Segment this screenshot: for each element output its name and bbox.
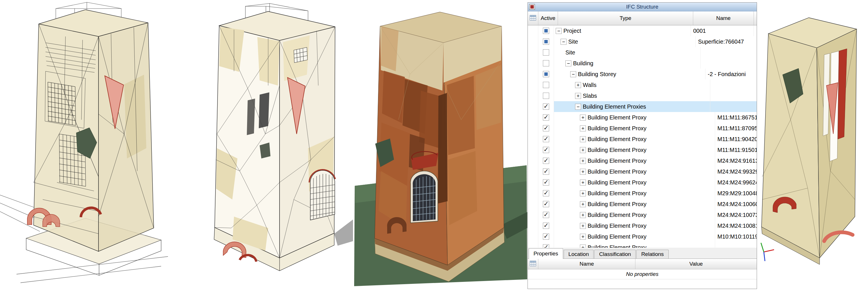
visibility-checkbox[interactable] xyxy=(543,114,549,121)
expander-icon[interactable]: + xyxy=(580,147,586,153)
column-header-active[interactable]: Active xyxy=(538,11,558,25)
expander-icon[interactable]: + xyxy=(580,158,586,164)
row-margin-cell xyxy=(528,199,538,209)
tab-relations[interactable]: Relations xyxy=(636,250,669,259)
visibility-checkbox[interactable] xyxy=(543,71,549,77)
tree-row[interactable]: + Slabs xyxy=(528,90,757,101)
visibility-checkbox[interactable] xyxy=(543,49,549,56)
tree-row[interactable]: + Building Element Proxy M11:M11:904209 xyxy=(528,134,757,145)
tree-item-name xyxy=(710,101,757,112)
row-active-cell xyxy=(538,166,554,177)
row-active-cell xyxy=(538,177,554,188)
tree-row[interactable]: + Building Element Proxy M24:M24:996242 xyxy=(528,177,757,188)
expander-icon[interactable]: − xyxy=(570,71,576,77)
tree-row[interactable]: + Building Element Proxy M29:M29:1004871 xyxy=(528,188,757,199)
expander-icon[interactable]: + xyxy=(580,169,586,175)
column-header-type[interactable]: Type xyxy=(558,11,693,25)
tree-row[interactable]: + Building Element Proxy M10:M10:1011950 xyxy=(528,231,757,242)
tree-row[interactable]: + Building Element Proxy M24:M24:1006097 xyxy=(528,199,757,209)
tree-row[interactable]: − Site Superficie:766047 xyxy=(528,36,757,47)
visibility-checkbox[interactable] xyxy=(543,201,549,207)
expander-icon[interactable]: + xyxy=(580,180,586,185)
properties-header-value[interactable]: Value xyxy=(636,259,757,269)
visibility-checkbox[interactable] xyxy=(543,157,549,164)
panel-icon xyxy=(529,4,535,10)
arched-window-render xyxy=(410,171,438,223)
tab-properties[interactable]: Properties xyxy=(529,248,563,259)
row-margin-cell xyxy=(528,209,538,220)
expander-icon[interactable]: + xyxy=(575,82,581,88)
tree-row[interactable]: Site xyxy=(528,47,757,58)
row-type-cell: Site xyxy=(554,47,701,58)
visibility-checkbox[interactable] xyxy=(543,233,549,240)
column-header-name[interactable]: Name xyxy=(693,11,754,25)
tree-row[interactable]: − Project 0001 xyxy=(528,25,757,36)
tree-item-type: Building Element Proxy xyxy=(588,125,647,132)
expander-icon[interactable]: + xyxy=(580,136,586,142)
expander-icon[interactable]: − xyxy=(556,28,562,34)
tab-location[interactable]: Location xyxy=(564,250,594,259)
visibility-checkbox[interactable] xyxy=(543,60,549,66)
tree-item-type: Walls xyxy=(583,82,596,88)
tree-row[interactable]: + Building Element Proxy M11:M11:867519 xyxy=(528,112,757,123)
expander-icon[interactable]: + xyxy=(580,244,586,248)
visibility-checkbox[interactable] xyxy=(543,136,549,142)
visibility-checkbox[interactable] xyxy=(543,169,549,175)
panel-titlebar[interactable]: IFC Structure xyxy=(528,3,757,11)
row-active-cell xyxy=(538,199,554,209)
tree-row[interactable]: − Building Element Proxies xyxy=(528,101,757,112)
expander-icon[interactable]: + xyxy=(575,93,581,99)
tree-row[interactable]: + Building Element Proxy xyxy=(528,242,757,248)
visibility-checkbox[interactable] xyxy=(543,147,549,153)
row-active-cell xyxy=(538,209,554,220)
tree-row[interactable]: + Building Element Proxy M24:M24:1008189 xyxy=(528,220,757,231)
expander-icon[interactable]: − xyxy=(565,60,571,66)
visibility-checkbox[interactable] xyxy=(543,244,549,248)
expander-icon[interactable]: − xyxy=(561,39,566,45)
row-type-cell: − Building Storey xyxy=(554,69,706,80)
row-active-cell xyxy=(538,36,554,47)
visibility-checkbox[interactable] xyxy=(543,212,549,218)
tab-classification[interactable]: Classification xyxy=(594,250,636,259)
visibility-checkbox[interactable] xyxy=(543,104,549,110)
tree-row[interactable]: − Building Storey -2 - Fondazioni xyxy=(528,69,757,80)
expander-icon[interactable]: + xyxy=(580,201,586,207)
tree-row[interactable]: + Building Element Proxy M11:M11:870952 xyxy=(528,123,757,134)
row-margin-cell xyxy=(528,80,538,90)
tree-row[interactable]: − Building xyxy=(528,58,757,69)
tree-row[interactable]: + Walls xyxy=(528,80,757,90)
expander-icon[interactable]: + xyxy=(580,115,586,121)
properties-body: No properties xyxy=(528,269,757,289)
tree-item-name xyxy=(701,58,757,69)
tree-item-type: Building Element Proxy xyxy=(588,190,647,197)
visibility-checkbox[interactable] xyxy=(543,125,549,131)
tree-item-type: Project xyxy=(563,28,581,34)
tree-item-type: Slabs xyxy=(583,93,597,99)
row-active-cell xyxy=(538,220,554,231)
visibility-checkbox[interactable] xyxy=(543,179,549,185)
visibility-checkbox[interactable] xyxy=(543,28,549,34)
expander-icon[interactable]: + xyxy=(580,125,586,131)
visibility-checkbox[interactable] xyxy=(543,93,549,99)
tree-row[interactable]: + Building Element Proxy M24:M24:1007377 xyxy=(528,209,757,220)
visibility-checkbox[interactable] xyxy=(543,38,549,45)
properties-header-name[interactable]: Name xyxy=(538,259,636,269)
expander-icon[interactable]: − xyxy=(575,104,581,110)
tree-item-type: Site xyxy=(565,49,575,56)
tree-item-name: M24:M24:1008189 xyxy=(715,220,757,231)
row-margin-cell xyxy=(528,101,538,112)
expander-icon[interactable]: + xyxy=(580,234,586,240)
tree-row[interactable]: + Building Element Proxy M11:M11:915011 xyxy=(528,145,757,155)
expander-icon[interactable]: + xyxy=(580,212,586,218)
tree-row[interactable]: + Building Element Proxy M24:M24:916133 xyxy=(528,155,757,166)
ifc-structure-panel: IFC Structure Active Type Name − Project… xyxy=(528,2,757,289)
row-active-cell xyxy=(538,80,554,90)
expander-icon[interactable]: + xyxy=(580,191,586,196)
visibility-checkbox[interactable] xyxy=(543,82,549,88)
row-type-cell: + Walls xyxy=(554,80,710,90)
visibility-checkbox[interactable] xyxy=(543,190,549,196)
expander-icon[interactable]: + xyxy=(580,223,586,229)
visibility-checkbox[interactable] xyxy=(543,223,549,229)
table-icon xyxy=(530,261,536,267)
tree-row[interactable]: + Building Element Proxy M24:M24:993294 xyxy=(528,166,757,177)
